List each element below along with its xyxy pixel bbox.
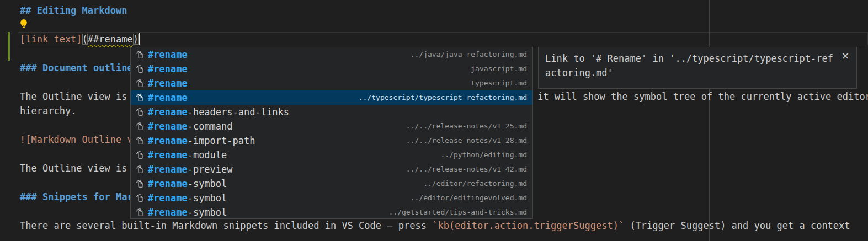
- suggestion-item[interactable]: #rename -headers-and-links: [131, 105, 532, 119]
- suggestion-suffix-text: -symbol: [188, 205, 227, 219]
- editor-line[interactable]: ### Document outline: [20, 61, 133, 75]
- text-segment-anchor-warning: ##rename: [88, 34, 133, 45]
- symbol-reference-icon: [135, 194, 144, 202]
- suggestion-item[interactable]: #rename typescript.md: [131, 76, 532, 90]
- text-cursor: [139, 33, 140, 45]
- symbol-reference-icon: [135, 65, 144, 73]
- suggestion-item[interactable]: #rename ../typescript/typescript-refacto…: [131, 90, 532, 105]
- text-segment-body: The Outline view is: [20, 91, 127, 102]
- suggestion-suffix-text: -module: [188, 148, 227, 162]
- suggestion-file-path: ../../release-notes/v1_42.md: [406, 162, 527, 176]
- suggestion-file-path: ../../release-notes/v1_25.md: [406, 119, 527, 133]
- suggestion-file-path: typescript.md: [471, 76, 527, 90]
- editor-line[interactable]: [link text](##rename): [20, 32, 139, 46]
- suggestion-match-text: #rename: [148, 62, 188, 76]
- suggestion-file-path: javascript.md: [471, 62, 527, 76]
- editor-line[interactable]: ### Snippets for Mar: [20, 190, 133, 204]
- suggestion-match-text: #rename: [148, 47, 188, 62]
- suggestion-match-text: #rename: [148, 119, 188, 133]
- suggestion-match-text: #rename: [148, 133, 188, 148]
- suggestion-item[interactable]: #rename -command ../../release-notes/v1_…: [131, 119, 532, 133]
- suggest-widget[interactable]: #rename ../java/java-refactoring.md #ren…: [130, 47, 533, 219]
- editor-line[interactable]: ## Editing Markdown: [20, 3, 127, 18]
- symbol-reference-icon: [135, 122, 144, 131]
- suggestion-suffix-text: -symbol: [188, 191, 227, 205]
- editor-line[interactable]: ![Markdown Outline v: [20, 132, 133, 147]
- suggestion-item[interactable]: #rename ../java/java-refactoring.md: [131, 47, 532, 62]
- text-segment-heading: ### Snippets for Mar: [20, 191, 133, 202]
- suggestion-file-path: ../editor/editingevolved.md: [411, 191, 527, 205]
- suggestion-item[interactable]: #rename -module ../python/editing.md: [131, 148, 532, 162]
- symbol-reference-icon: [135, 108, 144, 116]
- text-segment-body: hierarchy.: [20, 105, 76, 116]
- suggestion-item[interactable]: #rename -import-path ../../release-notes…: [131, 133, 532, 148]
- suggestion-suffix-text: -headers-and-links: [188, 105, 289, 119]
- symbol-reference-icon: [135, 208, 144, 217]
- suggestion-suffix-text: -import-path: [188, 133, 255, 148]
- suggestion-suffix-text: -symbol: [188, 176, 227, 191]
- suggestion-match-text: #rename: [148, 90, 188, 105]
- symbol-reference-icon: [135, 93, 144, 102]
- text-segment-code: `kb(editor.action.triggerSuggest)`: [432, 220, 624, 231]
- editor-line[interactable]: There are several built-in Markdown snip…: [20, 218, 850, 233]
- text-segment-bracket: ): [133, 34, 139, 45]
- editor-line[interactable]: The Outline view is: [20, 89, 127, 104]
- suggestion-match-text: #rename: [148, 105, 188, 119]
- symbol-reference-icon: [135, 79, 144, 88]
- details-text-line2: actoring.md': [545, 66, 838, 80]
- text-segment-bracket: (: [82, 34, 88, 45]
- suggestion-item[interactable]: #rename -symbol ../editor/editingevolved…: [131, 191, 532, 205]
- suggestion-match-text: #rename: [148, 176, 188, 191]
- suggestion-file-path: ../python/editing.md: [440, 148, 527, 162]
- text-segment-link: ![Markdown Outline v: [20, 134, 133, 145]
- suggestion-file-path: ../typescript/typescript-refactoring.md: [359, 90, 527, 105]
- editor-line[interactable]: it will show the symbol tree of the curr…: [537, 89, 868, 104]
- suggestion-item[interactable]: #rename javascript.md: [131, 62, 532, 76]
- suggestion-suffix-text: -command: [188, 119, 233, 133]
- suggestion-match-text: #rename: [148, 162, 188, 176]
- details-text-line1: Link to '# Rename' in '../typescript/typ…: [545, 51, 838, 66]
- symbol-reference-icon: [135, 50, 144, 59]
- suggestion-file-path: ../java/java-refactoring.md: [411, 47, 527, 62]
- suggestion-item[interactable]: #rename -symbol ../editor/refactoring.md: [131, 176, 532, 191]
- suggestion-suffix-text: -preview: [188, 162, 233, 176]
- suggestion-file-path: ../../release-notes/v1_28.md: [406, 133, 527, 148]
- suggestion-match-text: #rename: [148, 191, 188, 205]
- editor-screen: ## Editing Markdown[link text](##rename)…: [0, 0, 868, 241]
- suggestion-match-text: #rename: [148, 148, 188, 162]
- text-segment-body: (Trigger Suggest) and you get a context: [624, 220, 850, 231]
- symbol-reference-icon: [135, 136, 144, 145]
- suggestion-item[interactable]: #rename -preview ../../release-notes/v1_…: [131, 162, 532, 176]
- editor-line[interactable]: hierarchy.: [20, 104, 76, 118]
- text-segment-link: [link text]: [20, 34, 82, 45]
- suggestion-match-text: #rename: [148, 205, 188, 219]
- symbol-reference-icon: [135, 151, 144, 159]
- text-segment-body: it will show the symbol tree of the curr…: [537, 91, 868, 102]
- suggestion-file-path: ../getstarted/tips-and-tricks.md: [389, 205, 527, 219]
- close-icon[interactable]: ×: [840, 50, 851, 61]
- suggestion-item[interactable]: #rename -symbol ../getstarted/tips-and-t…: [131, 205, 532, 219]
- text-segment-body: The Outline view is: [20, 163, 127, 174]
- text-segment-heading: ### Document outline: [20, 62, 133, 73]
- symbol-reference-icon: [135, 179, 144, 188]
- editor-line[interactable]: The Outline view is: [20, 161, 127, 175]
- text-segment-heading: ## Editing Markdown: [20, 5, 127, 16]
- suggest-details-panel: Link to '# Rename' in '../typescript/typ…: [538, 47, 857, 89]
- text-segment-body: There are several built-in Markdown snip…: [20, 220, 432, 231]
- suggestion-file-path: ../editor/refactoring.md: [423, 176, 527, 191]
- suggestion-match-text: #rename: [148, 76, 188, 90]
- symbol-reference-icon: [135, 165, 144, 174]
